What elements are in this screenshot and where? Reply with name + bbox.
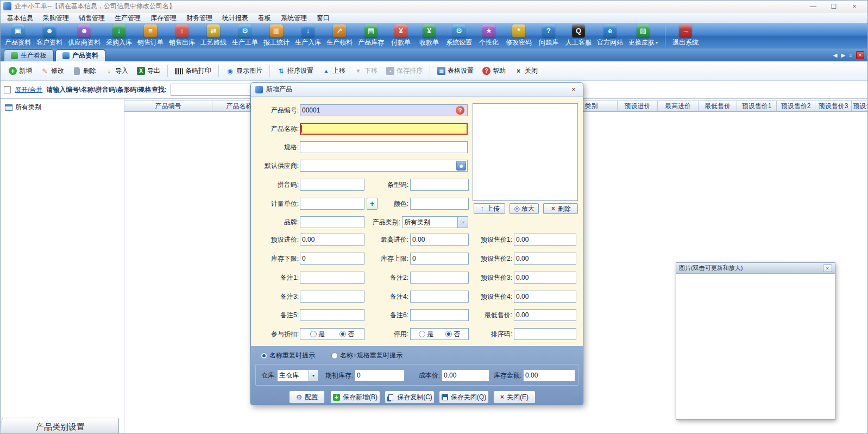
toolbar-item-receipt-bill[interactable]: ¥收款单 xyxy=(415,23,443,48)
discount-yes-option[interactable]: 是 xyxy=(310,330,325,339)
close-icon[interactable]: × xyxy=(823,265,832,272)
picture-panel-body[interactable] xyxy=(676,274,835,419)
tree-item-all-categories[interactable]: 所有类别 xyxy=(1,99,124,112)
tab-scroll-left-icon[interactable]: ◀ xyxy=(833,52,838,58)
toolbar-item-purchase-in[interactable]: ↓采购入库 xyxy=(103,23,135,48)
toolbar-item-personalization[interactable]: ★个性化 xyxy=(475,23,503,48)
column-header-sale-price-4[interactable]: 预设售价4 xyxy=(852,100,868,112)
help-button[interactable]: ?帮助 xyxy=(479,64,510,78)
unit-input[interactable] xyxy=(300,198,364,210)
menu-item-system[interactable]: 系统管理 xyxy=(276,12,312,23)
column-header-max-purchase-price[interactable]: 最高进价 xyxy=(658,100,699,112)
move-up-button[interactable]: ▲上移 xyxy=(318,64,349,78)
column-header-min-sale-price[interactable]: 最低售价 xyxy=(699,100,737,112)
dup-name-spec-option[interactable]: 名称+规格重复时提示 xyxy=(331,351,402,360)
preset-purchase-price-input[interactable] xyxy=(300,234,364,246)
barcode-print-button[interactable]: 条码打印 xyxy=(171,64,215,78)
add-button[interactable]: +新增 xyxy=(5,64,36,78)
sort-settings-button[interactable]: ⇅排序设置 xyxy=(273,64,317,78)
menu-item-reports[interactable]: 统计报表 xyxy=(217,12,253,23)
toolbar-item-change-password[interactable]: *修改密码 xyxy=(503,23,534,48)
tab-scroll-right-icon[interactable]: ▶ xyxy=(841,52,845,58)
radio-selected-icon[interactable] xyxy=(445,331,452,337)
toolbar-item-sales-order[interactable]: ≡销售订单 xyxy=(135,23,166,48)
close-button[interactable]: × xyxy=(844,1,865,12)
pinyin-input[interactable] xyxy=(300,179,364,191)
sale-price-4-input[interactable] xyxy=(514,291,576,303)
column-header-product-code[interactable]: 产品编号 xyxy=(124,100,212,112)
delete-button[interactable]: 删除 xyxy=(69,64,100,78)
color-input[interactable] xyxy=(410,198,469,210)
product-image-box[interactable] xyxy=(473,103,578,201)
toolbar-item-change-skin[interactable]: ▨更换皮肤▾ xyxy=(626,23,661,48)
close-view-button[interactable]: ×关闭 xyxy=(511,64,542,78)
sort-code-input[interactable] xyxy=(514,328,576,340)
toolbar-item-production-order[interactable]: ⚙生产工单 xyxy=(229,23,261,48)
delete-image-button[interactable]: ×删除 xyxy=(543,203,578,214)
column-header-sale-price-3[interactable]: 预设售价3 xyxy=(815,100,852,112)
toolbar-item-system-settings[interactable]: ⚙系统设置 xyxy=(443,23,475,48)
tab-product-data[interactable]: 产品资料 xyxy=(55,49,105,61)
stop-no-option[interactable]: 否 xyxy=(445,330,460,339)
save-close-button[interactable]: 保存关闭(Q) xyxy=(439,391,489,404)
column-header-preset-purchase-price[interactable]: 预设进价 xyxy=(618,100,658,112)
dup-name-option[interactable]: 名称重复时提示 xyxy=(261,351,315,360)
save-new-button[interactable]: +保存新增(B) xyxy=(330,391,380,404)
menu-item-kanban[interactable]: 看板 xyxy=(253,12,276,23)
initial-stock-input[interactable] xyxy=(355,369,405,381)
column-header-sale-price-2[interactable]: 预设售价2 xyxy=(777,100,815,112)
sale-price-3-input[interactable] xyxy=(514,272,576,284)
maximize-button[interactable]: ☐ xyxy=(823,1,844,12)
radio-icon[interactable] xyxy=(331,353,338,359)
product-code-input[interactable] xyxy=(300,104,468,116)
toolbar-item-official-website[interactable]: e官方网站 xyxy=(594,23,626,48)
menu-item-purchase[interactable]: 采购管理 xyxy=(38,12,74,23)
close-tab-button[interactable]: × xyxy=(856,51,864,59)
stop-yes-option[interactable]: 是 xyxy=(419,330,433,339)
save-copy-button[interactable]: 保存复制(C) xyxy=(385,391,435,404)
sale-price-2-input[interactable] xyxy=(514,253,576,265)
radio-icon[interactable] xyxy=(310,331,317,337)
toolbar-item-payment-bill[interactable]: ¥付款单 xyxy=(387,23,415,48)
product-category-settings-button[interactable]: 产品类别设置 xyxy=(2,418,119,434)
menu-item-inventory[interactable]: 库存管理 xyxy=(146,12,181,23)
note1-input[interactable] xyxy=(300,272,364,284)
toolbar-item-product-stock[interactable]: ▤产品库存 xyxy=(355,23,387,48)
edit-button[interactable]: ✎修改 xyxy=(37,64,68,78)
default-supplier-input[interactable] xyxy=(300,160,468,172)
note5-input[interactable] xyxy=(300,309,364,321)
discount-no-option[interactable]: 否 xyxy=(339,330,354,339)
toolbar-item-customer-data[interactable]: ☻客户资料 xyxy=(34,23,65,48)
stock-min-input[interactable] xyxy=(300,253,364,265)
config-button[interactable]: ⚙配置 xyxy=(289,391,325,404)
minimize-button[interactable]: — xyxy=(803,1,823,12)
menu-item-production[interactable]: 生产管理 xyxy=(110,12,146,23)
toolbar-item-work-report-stats[interactable]: ▥报工统计 xyxy=(261,23,292,48)
toolbar-item-exit-system[interactable]: →退出系统 xyxy=(670,23,701,48)
move-down-button[interactable]: ▼下移 xyxy=(350,64,381,78)
category-picker-icon[interactable]: ☞ xyxy=(457,217,468,228)
column-header-sale-price-1[interactable]: 预设售价1 xyxy=(737,100,777,112)
upload-image-button[interactable]: ↑上传 xyxy=(474,203,505,214)
toolbar-item-customer-service[interactable]: Q人工客服 xyxy=(563,23,594,48)
show-image-button[interactable]: ◉显示图片 xyxy=(222,64,266,78)
toolbar-item-production-material[interactable]: ↗生产领料 xyxy=(324,23,355,48)
expand-merge-link[interactable]: 展开/合并 xyxy=(15,85,42,95)
supplier-picker-icon[interactable]: ☻ xyxy=(456,161,466,171)
close-dialog-button[interactable]: ×关闭(E) xyxy=(493,391,536,404)
radio-selected-icon[interactable] xyxy=(261,353,267,359)
min-sale-price-input[interactable] xyxy=(514,309,576,321)
menu-item-finance[interactable]: 财务管理 xyxy=(181,12,217,23)
import-button[interactable]: ↓导入 xyxy=(101,64,132,78)
export-button[interactable]: X导出 xyxy=(133,64,164,78)
expand-merge-checkbox[interactable] xyxy=(4,86,11,93)
stock-amount-input[interactable] xyxy=(523,369,575,381)
toolbar-item-supplier-data[interactable]: ☻供应商资料 xyxy=(65,23,103,48)
table-settings-button[interactable]: ▦表格设置 xyxy=(433,64,477,78)
zoom-image-button[interactable]: ◎放大 xyxy=(510,203,539,214)
radio-selected-icon[interactable] xyxy=(339,331,346,337)
category-select[interactable]: 所有类别 ☞ xyxy=(402,216,468,228)
toolbar-item-question-bank[interactable]: ?问题库 xyxy=(534,23,563,48)
save-sort-button[interactable]: ▪保存排序 xyxy=(382,64,426,78)
tab-list-icon[interactable]: ≡ xyxy=(849,52,852,58)
